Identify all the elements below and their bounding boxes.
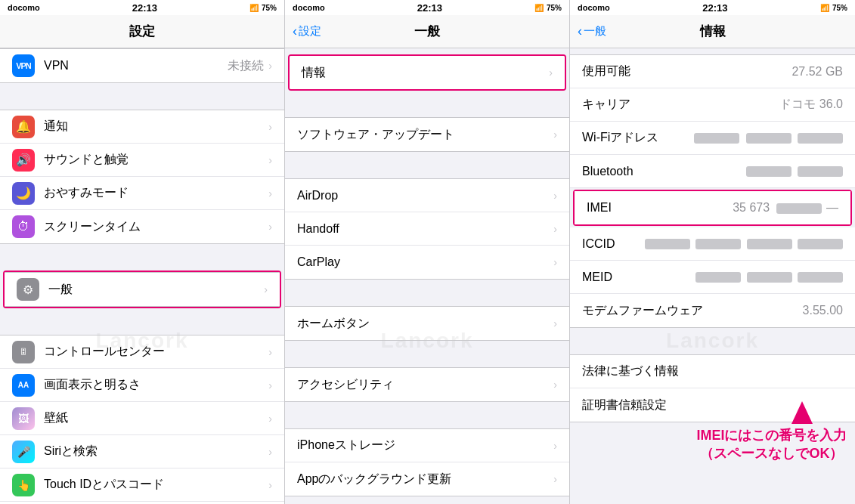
general-label: 一般 — [48, 282, 264, 298]
carplay-item[interactable]: CarPlay › — [285, 246, 569, 279]
info-label: 情報 — [302, 65, 549, 81]
spacer-p3-top — [570, 48, 855, 54]
software-update-item[interactable]: ソフトウェア・アップデート › — [285, 118, 569, 151]
touchid-item[interactable]: 👆 Touch IDとパスコード › — [0, 468, 284, 502]
bluetooth-label: Bluetooth — [582, 165, 743, 178]
wifi-item: Wi-Fiアドレス — [570, 122, 855, 155]
info-group: 情報 › — [290, 56, 565, 89]
info-item[interactable]: 情報 › — [290, 56, 565, 89]
battery-icon-2: 75% — [547, 4, 562, 12]
imei-highlight-box: IMEI 35 673 — — [573, 190, 852, 226]
wifi-label: Wi-Fiアドレス — [582, 130, 691, 146]
controlcenter-item[interactable]: 🎛 コントロールセンター › — [0, 335, 284, 369]
donotdisturb-item[interactable]: 🌙 おやすみモード › — [0, 177, 284, 210]
background-refresh-item[interactable]: Appのバックグラウンド更新 › — [285, 462, 569, 496]
meid-label: MEID — [582, 271, 692, 284]
meid-item: MEID — [570, 261, 855, 294]
siri-item[interactable]: 🎤 Siriと検索 › — [0, 435, 284, 468]
cert-label: 証明書信頼設定 — [582, 397, 843, 413]
sound-item[interactable]: 🔊 サウンドと触覚 › — [0, 144, 284, 177]
wifi-value — [691, 131, 843, 145]
wallpaper-chevron: › — [268, 413, 272, 425]
notification-item[interactable]: 🔔 通知 › — [0, 110, 284, 144]
content-1: VPN VPN 未接続 › 🔔 通知 › 🔊 サウンドと触覚 › 🌙 おやすみモ… — [0, 48, 284, 504]
siri-label: Siriと検索 — [44, 444, 268, 459]
content-2: 情報 › ソフトウェア・アップデート › AirDrop › Handoff › — [285, 48, 569, 504]
vpn-value: 未接続 — [228, 58, 264, 74]
accessibility-chevron: › — [553, 379, 557, 391]
display-item[interactable]: AA 画面表示と明るさ › — [0, 369, 284, 402]
general-chevron: › — [264, 283, 268, 295]
touchid-chevron: › — [268, 479, 272, 491]
nav-title-3: 情報 — [700, 23, 726, 40]
vpn-chevron: › — [268, 60, 272, 72]
carrier-info-label: キャリア — [582, 97, 779, 113]
panel-info: docomo 22:13 📶 75% ‹ 一般 情報 使用可能 27.52 GB… — [570, 0, 855, 504]
iphone-storage-item[interactable]: iPhoneストレージ › — [285, 429, 569, 462]
back-label-2: 設定 — [299, 24, 321, 39]
airdrop-item[interactable]: AirDrop › — [285, 179, 569, 212]
signal-icon: 📶 — [249, 4, 259, 12]
general-group: ⚙ 一般 › — [5, 272, 280, 307]
vpn-icon: VPN — [12, 54, 35, 77]
signal-icon-2: 📶 — [534, 4, 544, 12]
nav-title-1: 設定 — [129, 23, 155, 40]
legal-group: 法律に基づく情報 証明書信頼設定 — [570, 354, 855, 422]
iphone-storage-chevron: › — [553, 440, 557, 452]
content-3: 使用可能 27.52 GB キャリア ドコモ 36.0 Wi-Fiアドレス Bl… — [570, 48, 855, 504]
screentime-label: スクリーンタイム — [44, 219, 268, 235]
meid-value — [692, 271, 843, 284]
background-refresh-chevron: › — [553, 473, 557, 485]
controlcenter-label: コントロールセンター — [44, 344, 268, 360]
carplay-chevron: › — [553, 256, 557, 268]
time-1: 22:13 — [132, 2, 157, 14]
imei-label: IMEI — [587, 201, 733, 215]
vpn-group: VPN VPN 未接続 › — [0, 48, 284, 83]
touchid-icon: 👆 — [12, 474, 35, 496]
accessibility-item[interactable]: アクセシビリティ › — [285, 368, 569, 401]
screentime-item[interactable]: ⏱ スクリーンタイム › — [0, 210, 284, 243]
notification-icon: 🔔 — [12, 116, 35, 138]
display-chevron: › — [268, 379, 272, 391]
signal-icon-3: 📶 — [820, 4, 829, 12]
homebutton-group: ホームボタン › — [285, 306, 569, 341]
panel-settings: docomo 22:13 📶 75% 設定 VPN VPN 未接続 › 🔔 通知… — [0, 0, 285, 504]
spacer-p2-5 — [285, 402, 569, 428]
vpn-label: VPN — [44, 59, 228, 73]
right-icons-3: 📶 75% — [820, 4, 847, 12]
handoff-item[interactable]: Handoff › — [285, 212, 569, 246]
airdrop-group: AirDrop › Handoff › CarPlay › — [285, 178, 569, 280]
back-chevron-2: ‹ — [293, 23, 297, 39]
notification-chevron: › — [268, 121, 272, 133]
modem-label: モデムファームウェア — [582, 303, 803, 319]
bluetooth-item: Bluetooth — [570, 155, 855, 188]
carrier-info-value: ドコモ 36.0 — [779, 97, 843, 113]
iccid-value — [642, 237, 843, 251]
iccid-item: ICCID — [570, 227, 855, 261]
homebutton-item[interactable]: ホームボタン › — [285, 307, 569, 340]
display-icon: AA — [12, 374, 35, 397]
legal-item[interactable]: 法律に基づく情報 — [570, 355, 855, 388]
carplay-label: CarPlay — [297, 255, 553, 269]
vpn-item[interactable]: VPN VPN 未接続 › — [0, 49, 284, 82]
notification-label: 通知 — [44, 119, 268, 135]
available-value: 27.52 GB — [791, 65, 843, 79]
back-button-3[interactable]: ‹ 一般 — [578, 23, 606, 39]
screentime-chevron: › — [268, 221, 272, 233]
carrier-2: docomo — [293, 3, 325, 12]
cert-item[interactable]: 証明書信頼設定 — [570, 388, 855, 422]
imei-value: 35 673 — — [733, 201, 838, 215]
wallpaper-item[interactable]: 🖼 壁紙 › — [0, 402, 284, 435]
back-button-2[interactable]: ‹ 設定 — [293, 23, 321, 39]
nav-bar-1: 設定 — [0, 15, 284, 48]
iphone-storage-label: iPhoneストレージ — [297, 438, 553, 453]
status-bar-1: docomo 22:13 📶 75% — [0, 0, 284, 15]
general-item[interactable]: ⚙ 一般 › — [5, 273, 280, 306]
wallpaper-icon: 🖼 — [12, 407, 35, 430]
back-chevron-3: ‹ — [578, 23, 582, 39]
nav-bar-2: ‹ 設定 一般 — [285, 15, 569, 48]
bluetooth-value — [743, 165, 843, 178]
status-bar-3: docomo 22:13 📶 75% — [570, 0, 855, 15]
wallpaper-label: 壁紙 — [44, 410, 268, 426]
legal-label: 法律に基づく情報 — [582, 363, 843, 379]
